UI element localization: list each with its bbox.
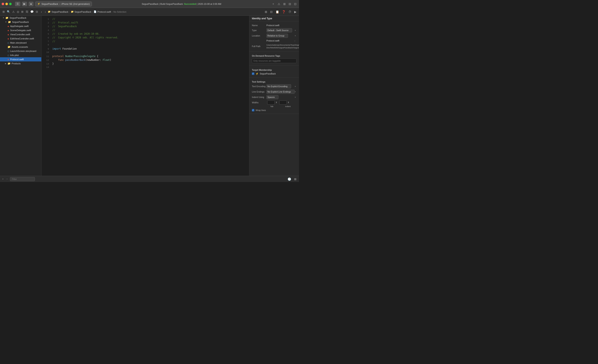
type-row: Type Default - Swift Source ▾: [249, 28, 299, 33]
sidebar-scenedelegate-label: SceneDelegate.swift: [10, 29, 31, 32]
layout-button-3[interactable]: ⊡: [293, 2, 297, 6]
sidebar-item-products[interactable]: ▶ 📁 Products: [0, 61, 41, 65]
indent-using-dropdown[interactable]: Spaces: [266, 95, 278, 99]
filter-input[interactable]: [10, 177, 35, 181]
sidebar-item-viewcontroller[interactable]: ◈ ViewController.swift: [0, 32, 41, 37]
target-checkbox[interactable]: ✓: [252, 73, 254, 75]
sidebar-item-mainstoryboard[interactable]: ◻ Main.storyboard: [0, 41, 41, 45]
code-line-8: 8: [42, 44, 249, 47]
tags-input[interactable]: [252, 58, 297, 63]
plus-icon[interactable]: ＋: [2, 177, 4, 181]
sidebar-item-appdelegate[interactable]: ◈ AppDelegate.swift: [0, 24, 41, 28]
bottom-bar: ＋ － 🕐 ⊞: [0, 176, 299, 182]
actions-icon[interactable]: ▶: [293, 10, 297, 14]
code-line-9: 9 import Foundation: [42, 47, 249, 51]
layout-button-1[interactable]: ⊞: [282, 2, 287, 6]
target-icon: ⚡: [256, 73, 258, 75]
tab-label: Tab: [270, 105, 273, 107]
location-dropdown[interactable]: Relative to Group: [266, 34, 288, 38]
device-target: iPhone SE (2nd generation): [61, 3, 90, 5]
search-icon[interactable]: 🔍: [6, 10, 11, 14]
sidebar-toggle[interactable]: ☰: [15, 2, 20, 6]
wrap-lines-checkbox[interactable]: ✓: [252, 109, 254, 112]
on-demand-section: On Demand Resource Tags: [249, 52, 299, 66]
location-filename: Protocol.swift: [266, 40, 293, 42]
project-scheme[interactable]: ⚡ SeguePassBack › iPhone SE (2nd generat…: [35, 1, 92, 7]
maximize-button[interactable]: [9, 3, 12, 5]
close-button[interactable]: [2, 3, 4, 5]
stop-button[interactable]: ■: [29, 2, 33, 6]
breadcrumb-root[interactable]: 📁 SeguePassBack: [48, 10, 68, 13]
widths-labels-row: Tab Indent: [249, 105, 299, 108]
sidebar-label: SeguePassBack: [9, 16, 26, 19]
forward-button[interactable]: ›: [44, 10, 47, 14]
run-button[interactable]: ▶: [22, 2, 27, 6]
type-dropdown[interactable]: Default - Swift Source: [266, 28, 292, 32]
minimize-button[interactable]: [5, 3, 8, 5]
debug-toggle[interactable]: ⊟: [269, 10, 274, 14]
text-encoding-row: Text Encoding No Explicit Encoding ▾: [249, 84, 299, 89]
storyboard-icon: ◻: [8, 42, 9, 44]
text-encoding-dropdown-wrapper: No Explicit Encoding ▾: [266, 84, 297, 89]
swift-file-icon: ◈: [8, 25, 9, 27]
code-line-2: 2 // Protocol.swift: [42, 21, 249, 25]
sidebar-item-protocol[interactable]: ◈ Protocol.swift: [0, 57, 41, 61]
target-name: SeguePassBack: [260, 73, 297, 75]
line-endings-dropdown[interactable]: No Explicit Line Endings: [266, 90, 295, 94]
warning-button[interactable]: ⚠: [277, 2, 281, 6]
text-encoding-dropdown[interactable]: No Explicit Encoding: [266, 84, 291, 89]
sidebar-item-seguepassback-group[interactable]: ▼ 📁 SeguePassBack: [0, 16, 41, 20]
sidebar-item-seguepassback-folder[interactable]: ▼ 📁 SeguePassBack: [0, 20, 41, 24]
swift-file-icon-3: ◈: [8, 33, 9, 36]
target-membership-section: Target Membership ✓ ⚡ SeguePassBack: [249, 66, 299, 78]
nav-left-button[interactable]: ⊞: [2, 10, 6, 14]
sidebar-launchscreen-label: LaunchScreen.storyboard: [10, 50, 36, 52]
quick-help-icon[interactable]: ❓: [281, 10, 286, 14]
code-line-10: 10: [42, 51, 249, 55]
code-line-5: 5 // Created by seb on 2020-10-08.: [42, 32, 249, 36]
tab-stepper[interactable]: ⬍: [275, 101, 277, 104]
breadcrumb-folder[interactable]: 📁 SeguePassBack: [71, 10, 91, 13]
layout-icon[interactable]: ⊟: [35, 10, 39, 14]
layout-button-2[interactable]: ⊟: [288, 2, 292, 6]
code-line-12: 12 func passNumberBack(newNumber: Float): [42, 58, 249, 62]
grid-view-icon[interactable]: ⊞: [293, 177, 297, 181]
sidebar-item-infoplist[interactable]: ◻ Info.plist: [0, 53, 41, 57]
sidebar-assets-label: Assets.xcassets: [12, 46, 28, 48]
minus-icon[interactable]: －: [6, 177, 8, 181]
main-layout: ▼ 📁 SeguePassBack ▼ 📁 SeguePassBack ◈ Ap…: [0, 16, 299, 176]
tab-width-input[interactable]: 4: [267, 100, 275, 105]
on-demand-header: On Demand Resource Tags: [249, 53, 299, 58]
sidebar-item-editviewcontroller[interactable]: ◈ EditViewController.swift: [0, 37, 41, 41]
code-line-13: 13 }: [42, 62, 249, 66]
sidebar-products-label: Products: [12, 62, 21, 65]
back-button[interactable]: ‹: [40, 10, 43, 14]
inspector-toggle[interactable]: ⊞: [264, 10, 268, 14]
breadcrumb-selection: No Selection: [113, 11, 126, 13]
title-bar-actions: ＋ ⚠ ⊞ ⊟ ⊡: [271, 2, 297, 6]
code-editor[interactable]: 1 // 2 // Protocol.swift 3 // SeguePassB…: [42, 16, 249, 176]
add-button[interactable]: ＋: [271, 2, 275, 6]
history-icon[interactable]: ⏱: [288, 10, 292, 14]
location-dropdown-wrapper: Relative to Group ▾: [266, 34, 297, 38]
file-inspector-icon[interactable]: 📋: [275, 10, 280, 14]
widths-label: Widths: [252, 101, 266, 104]
line-endings-arrow: ▾: [295, 91, 296, 93]
clock-icon[interactable]: 🕐: [287, 177, 292, 181]
breadcrumb-file[interactable]: 📄 Protocol.swift: [94, 10, 111, 13]
sidebar-protocol-label: Protocol.swift: [10, 58, 24, 61]
comment-icon[interactable]: 💬: [29, 10, 34, 14]
breadcrumb-folder-label: SeguePassBack: [75, 11, 91, 13]
indent-stepper[interactable]: ⬍: [288, 101, 289, 104]
location-arrow-button[interactable]: →: [293, 39, 297, 42]
title-bar: ☰ ▶ ■ ⚡ SeguePassBack › iPhone SE (2nd g…: [0, 0, 299, 8]
indent-label: Indent: [285, 105, 291, 107]
chain-icon[interactable]: ⛓: [25, 10, 29, 14]
sidebar-item-scenedelegate[interactable]: ◈ SceneDelegate.swift: [0, 28, 41, 32]
warning-filter[interactable]: ⚠: [11, 10, 16, 14]
indent-width-input[interactable]: 4: [279, 100, 287, 105]
sidebar-item-launchscreen[interactable]: ◻ LaunchScreen.storyboard: [0, 49, 41, 53]
grid-icon[interactable]: ⊞: [20, 10, 24, 14]
filter-icon[interactable]: ◎: [16, 10, 20, 14]
sidebar-item-assets[interactable]: 📁 Assets.xcassets: [0, 45, 41, 49]
